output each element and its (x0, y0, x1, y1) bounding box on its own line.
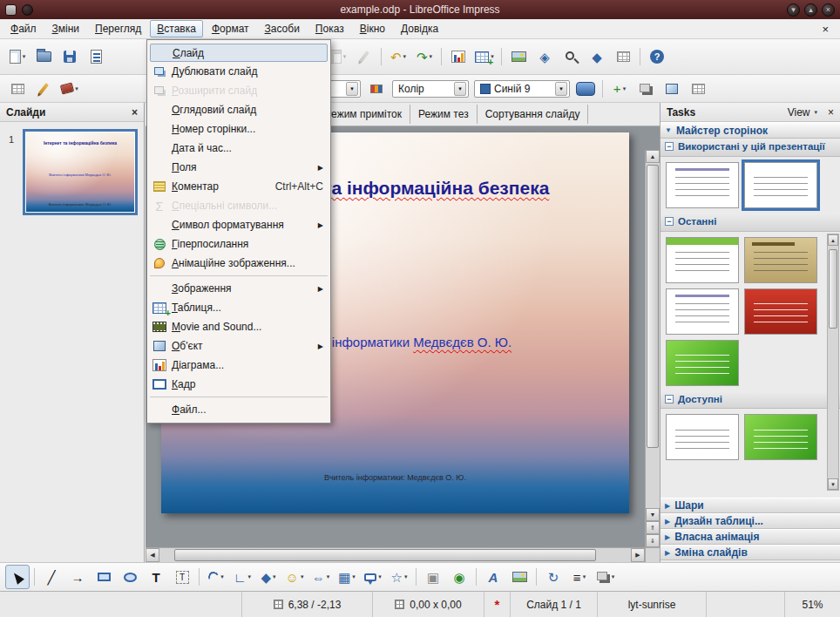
insert-table-button[interactable]: ▾ (472, 44, 497, 69)
menu-item-file[interactable]: Файл... (147, 400, 330, 419)
section-slide-transition[interactable]: ▶Зміна слайдів (660, 545, 840, 560)
document-close-icon[interactable]: × (813, 23, 837, 36)
master-thumbnail-sunrise-selected[interactable] (744, 162, 817, 208)
dropdown-icon[interactable]: ▾ (248, 573, 252, 580)
master-thumbnail-red[interactable] (744, 288, 817, 335)
menu-item-picture[interactable]: Зображення▶ (147, 279, 330, 298)
menu-format[interactable]: Формат (205, 20, 256, 37)
group-recently-used[interactable]: − Останні (660, 214, 840, 232)
tasks-scrollbar[interactable]: ▲ ▼ (827, 234, 839, 491)
menu-item-frame[interactable]: Кадр (147, 375, 330, 394)
dropdown-icon[interactable]: ▾ (430, 53, 433, 60)
collapse-icon[interactable]: − (665, 142, 674, 151)
section-custom-animation[interactable]: ▶Власна анімація (660, 529, 840, 545)
next-slide-icon[interactable]: ⇓ (646, 534, 660, 547)
dropdown-icon[interactable]: ▾ (454, 82, 466, 96)
line-tool-button[interactable]: ╱ (39, 565, 64, 589)
section-master-pages[interactable]: ▼ Майстер сторінок (660, 122, 840, 139)
menu-item-object[interactable]: Об'єкт▶ (147, 336, 330, 356)
group-available[interactable]: − Доступні (660, 391, 840, 410)
menu-item-expand-slide[interactable]: Розширити слайд (147, 81, 330, 100)
dropdown-icon[interactable]: ▾ (623, 85, 627, 92)
stars-button[interactable]: ☆▾ (387, 565, 411, 589)
fill-color-combo[interactable]: Синій 9▾ (474, 80, 570, 98)
fontwork-button[interactable]: A (481, 565, 505, 589)
section-table-design[interactable]: ▶Дизайн таблиці... (660, 513, 840, 529)
dropdown-icon[interactable]: ▾ (403, 53, 407, 60)
arrange-button[interactable]: ▾ (593, 565, 618, 589)
undo-button[interactable]: ↶▾ (386, 44, 410, 69)
navigator-button[interactable]: ◈ (532, 44, 557, 69)
dropdown-icon[interactable]: ▾ (555, 82, 567, 96)
scroll-down-icon[interactable]: ▼ (646, 508, 660, 521)
open-button[interactable] (31, 44, 56, 69)
menu-help[interactable]: Довідка (394, 20, 445, 37)
block-arrows-button[interactable]: ⇔▾ (308, 565, 333, 589)
insert-picture-button[interactable] (507, 565, 532, 589)
menu-window[interactable]: Вікно (353, 20, 392, 37)
dropdown-icon[interactable]: ▾ (220, 573, 224, 580)
collapse-icon[interactable]: − (665, 395, 674, 403)
slide-footer-text[interactable]: Вчитель інформатики: Медвєдєв О. Ю. (172, 473, 619, 482)
fill-type-combo[interactable]: Колір▾ (392, 80, 469, 98)
dropdown-icon[interactable]: ▾ (352, 573, 356, 580)
tasks-scroll-track[interactable] (828, 246, 838, 478)
vertical-scroll-track[interactable] (646, 163, 660, 508)
dropdown-icon[interactable]: ▾ (273, 573, 276, 580)
symbol-shapes-button[interactable]: ☺▾ (282, 565, 307, 589)
zoom-button[interactable] (559, 44, 583, 69)
rotate-button[interactable]: ↻ (541, 565, 566, 589)
edit-points-tool-button[interactable]: ▣ (421, 565, 445, 589)
edit-points-button[interactable] (5, 77, 30, 101)
tasks-scroll-thumb[interactable] (829, 249, 837, 329)
vertical-scrollbar[interactable]: ▲ ▼ ⇑ ⇓ (645, 150, 660, 547)
menu-item-page-number[interactable]: Номер сторінки... (147, 119, 330, 139)
previous-slide-icon[interactable]: ⇑ (646, 521, 660, 534)
dropdown-icon[interactable]: ▾ (327, 573, 330, 580)
snap-grid-button[interactable] (686, 77, 710, 101)
master-thumbnail-green-top[interactable] (666, 237, 739, 283)
master-thumbnail-tan[interactable] (744, 237, 817, 283)
group-used-in-presentation[interactable]: − Використані у цій презентації (660, 139, 840, 157)
tasks-view-menu[interactable]: View ▾ × (788, 106, 834, 119)
master-thumbnail-plain[interactable] (666, 414, 739, 460)
vertical-scroll-thumb[interactable] (647, 165, 659, 448)
scroll-left-icon[interactable]: ◀ (146, 548, 159, 562)
vertical-text-tool-button[interactable]: T (170, 565, 194, 589)
edit-file-button[interactable] (84, 44, 108, 69)
display-grid-button[interactable] (611, 44, 635, 69)
insert-chart-button[interactable] (446, 44, 471, 69)
menu-item-date-time[interactable]: Дата й час... (147, 139, 330, 158)
dropdown-icon[interactable]: ▾ (612, 573, 615, 580)
curve-tool-button[interactable]: ▾ (204, 565, 228, 589)
master-thumbnail-green[interactable] (666, 340, 739, 386)
master-thumbnail-white-red[interactable] (666, 288, 739, 335)
horizontal-scroll-thumb[interactable] (174, 549, 596, 561)
scroll-right-icon[interactable]: ▶ (631, 548, 645, 562)
menu-file[interactable]: Файл (3, 20, 44, 37)
draw-functions-button[interactable]: ◆ (585, 44, 609, 69)
gallery-button[interactable] (506, 44, 531, 69)
save-button[interactable] (58, 44, 82, 69)
paintbrush-button[interactable]: ▾ (58, 77, 82, 101)
dropdown-icon[interactable]: ▾ (378, 573, 382, 580)
section-layouts[interactable]: ▶Шари (660, 498, 840, 513)
menu-item-fields[interactable]: Поля▶ (147, 158, 330, 177)
select-tool-button[interactable] (5, 565, 30, 589)
clone-formatting-button[interactable] (352, 44, 376, 69)
dropdown-icon[interactable]: ▾ (346, 82, 358, 96)
dropdown-icon[interactable]: ▾ (301, 573, 304, 580)
close-button[interactable]: × (822, 3, 835, 17)
dropdown-icon[interactable]: ▾ (583, 573, 586, 580)
zoom-level[interactable]: 51% (784, 592, 840, 617)
menu-item-special-characters[interactable]: ΣСпеціальні символи... (147, 196, 330, 215)
menu-item-movie-sound[interactable]: Movie and Sound... (147, 317, 330, 336)
alignment-button[interactable]: ≡▾ (567, 565, 592, 589)
rectangle-tool-button[interactable] (91, 565, 116, 589)
menu-slideshow[interactable]: Показ (308, 20, 351, 37)
text-tool-button[interactable]: T (144, 565, 168, 589)
redo-button[interactable]: ↷▾ (412, 44, 437, 69)
arrow-line-tool-button[interactable]: → (65, 565, 90, 589)
glue-points-tool-button[interactable]: ◉ (447, 565, 471, 589)
shadow-button[interactable] (633, 77, 658, 101)
